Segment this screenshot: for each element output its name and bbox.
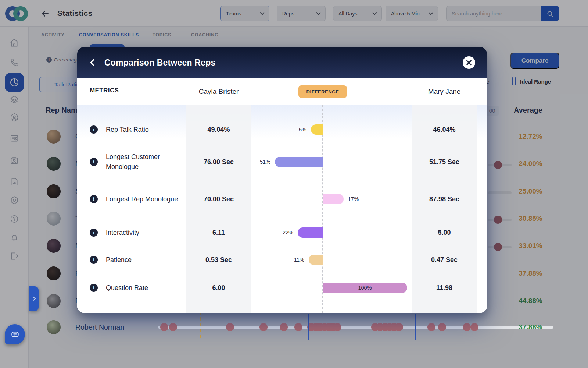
info-icon[interactable]: i (90, 284, 98, 292)
modal-title: Comparison Between Reps (104, 58, 215, 68)
difference-bar (309, 255, 323, 265)
metric-row: i Longest Customer Monologue 76.00 Sec 5… (77, 151, 487, 173)
right-rep-name: Mary Jane (412, 88, 477, 96)
metric-label: Rep Talk Ratio (106, 125, 179, 135)
difference-percent: 5% (299, 127, 306, 132)
metric-label: Question Rate (106, 283, 179, 293)
modal-column-headers: METRICS Cayla Brister DIFFERENCE Mary Ja… (77, 78, 487, 105)
difference-percent: 51% (260, 159, 270, 165)
info-icon[interactable]: i (90, 125, 98, 134)
difference-bar (275, 157, 323, 167)
left-rep-name: Cayla Brister (186, 88, 251, 96)
metric-label: Patience (106, 255, 179, 265)
difference-bar (323, 194, 344, 204)
metric-row: i Rep Talk Ratio 49.04% 5% 46.04% (77, 118, 487, 141)
difference-percent: 17% (348, 196, 359, 202)
avatar (47, 320, 61, 334)
metric-left-value: 49.04% (186, 126, 251, 134)
difference-badge: DIFFERENCE (298, 85, 347, 98)
difference-bar (311, 124, 323, 135)
metrics-header: METRICS (90, 87, 119, 94)
info-icon[interactable]: i (90, 158, 98, 166)
metric-right-value: 0.47 Sec (412, 256, 477, 264)
metric-row: i Longest Rep Monologue 70.00 Sec 17% 87… (77, 188, 487, 210)
expand-panel-button[interactable] (29, 286, 39, 311)
metric-left-value: 70.00 Sec (186, 195, 251, 203)
info-icon[interactable]: i (90, 195, 98, 203)
metric-left-value: 6.00 (186, 284, 251, 292)
metric-label: Longest Rep Monologue (106, 194, 179, 204)
difference-percent: 11% (294, 257, 304, 263)
rep-row-robert-norman[interactable]: Robert Norman 37.88% (0, 320, 588, 336)
rep-name: Robert Norman (75, 323, 124, 332)
info-icon[interactable]: i (90, 229, 98, 237)
rep-average: 37.88% (513, 323, 548, 331)
modal-header: Comparison Between Reps (77, 47, 487, 78)
metric-row: i Patience 0.53 Sec 11% 0.47 Sec (77, 249, 487, 271)
metric-label: Longest Customer Monologue (106, 152, 179, 172)
difference-percent: 100% (323, 285, 407, 291)
metric-right-value: 11.98 (412, 284, 477, 292)
metric-label: Interactivity (106, 228, 179, 238)
metric-right-value: 5.00 (412, 229, 477, 237)
metric-right-value: 46.04% (412, 126, 477, 134)
metric-row: i Interactivity 6.11 22% 5.00 (77, 222, 487, 244)
metric-right-value: 51.75 Sec (412, 158, 477, 166)
chevron-right-icon (31, 296, 36, 301)
close-button[interactable] (463, 56, 475, 69)
metric-row: i Question Rate 6.00 100% 11.98 (77, 277, 487, 299)
metric-left-value: 76.00 Sec (186, 158, 251, 166)
modal-body: i Rep Talk Ratio 49.04% 5% 46.04% i Long… (77, 105, 487, 313)
metric-right-value: 87.98 Sec (412, 195, 477, 203)
info-icon[interactable]: i (90, 256, 98, 264)
metric-left-value: 6.11 (186, 229, 251, 237)
metric-left-value: 0.53 Sec (186, 256, 251, 264)
difference-percent: 22% (283, 230, 293, 236)
comparison-modal: Comparison Between Reps METRICS Cayla Br… (77, 47, 487, 313)
difference-bar (298, 227, 323, 238)
back-chevron-icon[interactable] (90, 59, 97, 66)
